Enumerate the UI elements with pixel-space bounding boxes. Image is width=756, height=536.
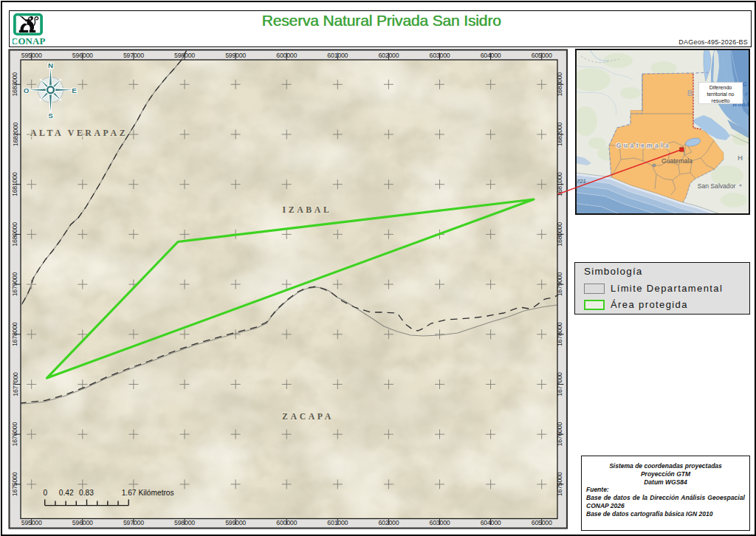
svg-text:territorial no: territorial no	[707, 92, 735, 97]
svg-text:1678000: 1678000	[12, 322, 19, 346]
svg-text:Diferendo: Diferendo	[709, 85, 732, 90]
svg-text:1675000: 1675000	[12, 472, 19, 496]
svg-text:1.67: 1.67	[122, 489, 137, 497]
svg-text:1679000: 1679000	[12, 272, 19, 296]
svg-text:resuelto: resuelto	[712, 98, 730, 103]
svg-text:Guatemala: Guatemala	[616, 142, 672, 149]
svg-text:596000: 596000	[72, 519, 93, 526]
svg-text:ALTA VERAPAZ: ALTA VERAPAZ	[30, 128, 128, 138]
svg-text:San Salvador: San Salvador	[698, 182, 736, 190]
svg-text:0.83: 0.83	[79, 489, 94, 497]
svg-text:600000: 600000	[276, 519, 297, 526]
svg-text:IZABAL: IZABAL	[283, 205, 332, 215]
svg-text:604000: 604000	[481, 52, 501, 59]
svg-text:0.42: 0.42	[59, 489, 74, 497]
svg-text:597000: 597000	[123, 52, 144, 59]
svg-text:Kilómetros: Kilómetros	[139, 489, 174, 497]
svg-text:0: 0	[44, 489, 48, 497]
svg-text:602000: 602000	[378, 52, 399, 59]
svg-text:H o: H o	[738, 154, 750, 162]
svg-text:ZACAPA: ZACAPA	[282, 411, 334, 422]
svg-text:1682000: 1682000	[12, 122, 19, 146]
svg-text:S: S	[48, 111, 53, 120]
svg-text:d: d	[745, 91, 748, 97]
svg-text:597000: 597000	[123, 519, 144, 526]
svg-text:598000: 598000	[174, 52, 195, 59]
svg-text:1683000: 1683000	[12, 72, 19, 97]
svg-text:1676000: 1676000	[12, 422, 19, 447]
svg-text:605000: 605000	[532, 519, 552, 526]
svg-text:595000: 595000	[21, 519, 42, 526]
svg-text:N: N	[48, 61, 53, 69]
svg-text:721: 721	[577, 178, 586, 185]
svg-text:604000: 604000	[481, 519, 501, 526]
svg-text:599000: 599000	[225, 519, 246, 526]
svg-text:603000: 603000	[430, 519, 450, 526]
svg-text:1680000: 1680000	[12, 222, 19, 247]
svg-text:605000: 605000	[532, 52, 552, 59]
svg-text:B: B	[687, 89, 693, 97]
svg-text:602000: 602000	[378, 519, 399, 526]
svg-text:596000: 596000	[72, 52, 93, 59]
svg-text:601000: 601000	[327, 52, 348, 59]
svg-text:600000: 600000	[276, 52, 297, 59]
svg-text:601000: 601000	[327, 519, 348, 526]
svg-text:E: E	[72, 86, 77, 95]
svg-text:595000: 595000	[21, 52, 42, 59]
svg-text:1677000: 1677000	[12, 372, 19, 396]
svg-text:599000: 599000	[225, 52, 246, 59]
svg-text:Guatemala: Guatemala	[662, 157, 693, 165]
svg-text:1681000: 1681000	[12, 172, 19, 196]
svg-text:O: O	[24, 86, 30, 95]
svg-text:603000: 603000	[430, 52, 450, 59]
svg-text:598000: 598000	[174, 519, 195, 526]
